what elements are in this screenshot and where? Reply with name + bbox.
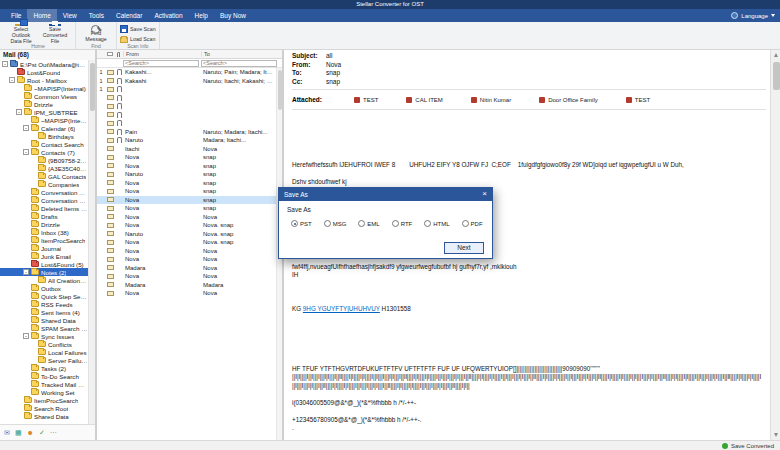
menu-tab[interactable]: Activation	[148, 9, 188, 22]
format-radio-option[interactable]: MSG	[324, 220, 347, 227]
expander-icon[interactable]: -	[16, 109, 22, 115]
mail-list-row[interactable]	[97, 111, 276, 120]
mail-list-row[interactable]: Naruto Madara; Itachi...	[97, 136, 276, 145]
mail-list-row[interactable]: Naruto snap	[97, 170, 276, 179]
expander-icon[interactable]: -	[23, 269, 29, 275]
format-radio-option[interactable]: PST	[291, 220, 312, 227]
tree-item[interactable]: Drizzle	[0, 220, 88, 228]
tree-item[interactable]: Tasks (2)	[0, 364, 88, 372]
save-converted-file-button[interactable]: Save Converted File	[38, 23, 72, 43]
tree-item[interactable]: - Root - Mailbox	[0, 76, 88, 84]
module-icon[interactable]: ☻	[27, 425, 34, 441]
tree-list-splitter[interactable]	[96, 50, 97, 440]
load-scan-button[interactable]: Load Scan	[120, 35, 156, 43]
mail-list-row[interactable]: Nova snap	[97, 162, 276, 171]
expander-icon[interactable]: -	[23, 149, 29, 155]
tree-item[interactable]: Outbox	[0, 284, 88, 292]
tree-item[interactable]: - Calendar (6)	[0, 124, 88, 132]
close-icon[interactable]: ×	[477, 188, 492, 201]
mail-list-row[interactable]: Nova Nova	[97, 247, 276, 256]
mail-list-row[interactable]	[97, 119, 276, 128]
mail-list-row[interactable]: Nova Nova	[97, 272, 276, 281]
attachment-chip[interactable]: Door Office Family	[539, 97, 598, 103]
save-scan-button[interactable]: Save Scan	[120, 25, 156, 33]
tree-item[interactable]: ItemProcSearch	[0, 236, 88, 244]
tree-item[interactable]: Common Views	[0, 92, 88, 100]
tree-item[interactable]: ~MAPISP(Internal)	[0, 84, 88, 92]
scroll-down-arrow-icon[interactable]	[771, 430, 780, 440]
tree-item[interactable]: Tracked Mail Processin...	[0, 380, 88, 388]
mail-list-row[interactable]: Nova snap	[97, 196, 276, 205]
module-icon[interactable]: ⋯	[50, 425, 57, 441]
tree-item[interactable]: - Notes (2)	[0, 268, 88, 276]
tree-item[interactable]: Lost&Found (5)	[0, 260, 88, 268]
mail-type-column-header[interactable]	[105, 52, 115, 56]
mail-list-row[interactable]: 1 Kakashi... Naruto; Pain; Madara; Itach…	[97, 68, 276, 77]
tree-item[interactable]: Local Failures	[0, 348, 88, 356]
tree-item[interactable]: Drizzle	[0, 100, 88, 108]
tree-item[interactable]: Sent Items (4)	[0, 308, 88, 316]
attachment-chip[interactable]: TEST	[626, 97, 650, 103]
expander-icon[interactable]: -	[9, 77, 15, 83]
attachment-chip[interactable]: Nitin Kumar	[471, 97, 511, 103]
format-radio-option[interactable]: PDF	[462, 220, 483, 227]
module-icon[interactable]: ✓	[39, 425, 45, 441]
mail-list-row[interactable]: Nova snap	[97, 204, 276, 213]
menubar-right[interactable]: Language	[731, 12, 775, 19]
body-link[interactable]: 9HG YGUYFTY|UHUHVUY	[303, 305, 380, 312]
list-scrollbar-thumb[interactable]	[278, 70, 282, 110]
tree-item[interactable]: - IPM_SUBTREE	[0, 108, 88, 116]
expander-icon[interactable]: -	[23, 333, 29, 339]
tree-item[interactable]: Conversation History	[0, 196, 88, 204]
tree-item[interactable]: Journal	[0, 244, 88, 252]
tree-item[interactable]: To-Do Search	[0, 372, 88, 380]
attachment-chip[interactable]: TEST	[354, 97, 378, 103]
from-column-header[interactable]: From	[123, 51, 201, 57]
tree-item[interactable]: Working Set	[0, 388, 88, 396]
tree-item[interactable]: ~MAPISP(Internal)	[0, 116, 88, 124]
from-search-input[interactable]	[123, 60, 199, 67]
menu-tab[interactable]: Tools	[83, 9, 110, 22]
tree-item[interactable]: Quick Step Settings	[0, 292, 88, 300]
tree-item[interactable]: Conflicts	[0, 340, 88, 348]
tree-item[interactable]: Lost&Found	[0, 68, 88, 76]
tree-item[interactable]: Conversation Action S...	[0, 188, 88, 196]
tree-item[interactable]: Companies	[0, 180, 88, 188]
mail-list-row[interactable]: 1 Kakashi Naruto; Itachi; Kakashi; Pain.…	[97, 77, 276, 86]
tree-item[interactable]: - E:\Pst Out\Madara@tech.c...	[0, 60, 88, 68]
menu-tab[interactable]: Calendar	[110, 9, 148, 22]
mail-list-row[interactable]: Nova snap	[97, 187, 276, 196]
mail-list-row[interactable]: Nova Nova	[97, 255, 276, 264]
mail-list-row[interactable]	[97, 102, 276, 111]
menu-tab[interactable]: Help	[189, 9, 214, 22]
tree-item[interactable]: - Contacts (7)	[0, 148, 88, 156]
attachment-column-header[interactable]	[115, 52, 123, 57]
preview-scrollbar-thumb[interactable]	[773, 62, 780, 90]
to-search-input[interactable]	[201, 60, 277, 67]
tree-item[interactable]: Server Failures	[0, 356, 88, 364]
find-message-button[interactable]: Find Message	[79, 23, 113, 43]
tree-item[interactable]: {9B09758-2740-4...	[0, 156, 88, 164]
module-icon[interactable]: ▦	[15, 425, 22, 441]
menu-tab[interactable]: View	[57, 9, 83, 22]
mail-list-row[interactable]: Nova Nova. snap	[97, 221, 276, 230]
next-button[interactable]: Next	[444, 242, 484, 254]
mail-list-row[interactable]: Nova Nova. snap	[97, 238, 276, 247]
mail-list-row[interactable]: 1	[97, 85, 276, 94]
mail-list-row[interactable]: Itachi Nova	[97, 145, 276, 154]
tree-item[interactable]: Search Root	[0, 404, 88, 412]
tree-scrollbar-thumb[interactable]	[90, 63, 95, 111]
attachment-chip[interactable]: CAL ITEM	[406, 97, 442, 103]
mail-list-row[interactable]: Nova Nova	[97, 289, 276, 298]
module-icon[interactable]: ✉	[4, 425, 10, 441]
mail-list-row[interactable]: Nova snap	[97, 179, 276, 188]
tree-item[interactable]: Drafts	[0, 212, 88, 220]
tree-item[interactable]: SPAM Search Folder 2	[0, 324, 88, 332]
tree-item[interactable]: - Sync Issues	[0, 332, 88, 340]
expander-icon[interactable]: -	[23, 125, 29, 131]
mail-list-row[interactable]: Pain Naruto; Madara; Itachi...	[97, 128, 276, 137]
tree-item[interactable]: All Creations (2)	[0, 276, 88, 284]
tree-item[interactable]: {A3E35C40-8540-...	[0, 164, 88, 172]
tree-item[interactable]: GAL Contacts	[0, 172, 88, 180]
select-outlook-data-file-button[interactable]: Select Outlook Data File	[4, 23, 38, 43]
